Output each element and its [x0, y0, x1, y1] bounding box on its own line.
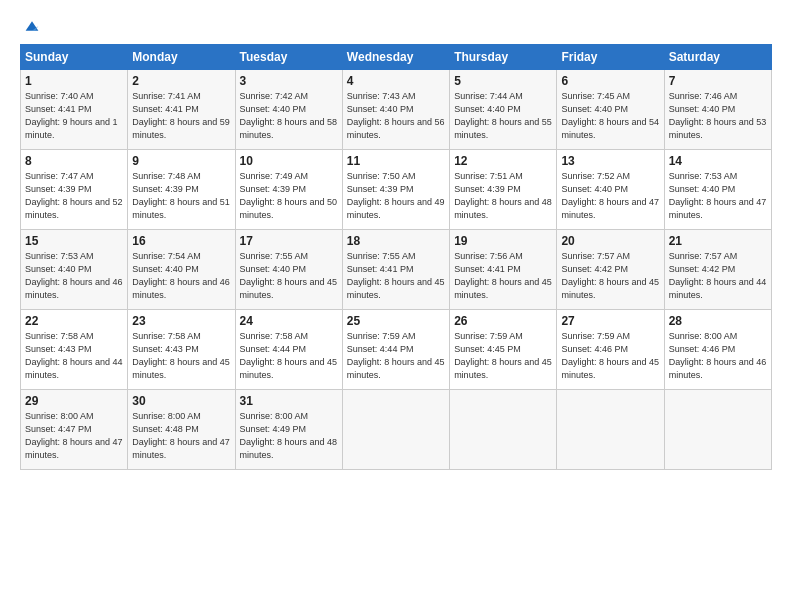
day-info: Sunrise: 7:57 AMSunset: 4:42 PMDaylight:…	[561, 251, 659, 300]
calendar-cell: 22Sunrise: 7:58 AMSunset: 4:43 PMDayligh…	[21, 310, 128, 390]
page: SundayMondayTuesdayWednesdayThursdayFrid…	[0, 0, 792, 612]
day-info: Sunrise: 7:59 AMSunset: 4:44 PMDaylight:…	[347, 331, 445, 380]
calendar-cell: 11Sunrise: 7:50 AMSunset: 4:39 PMDayligh…	[342, 150, 449, 230]
day-info: Sunrise: 7:54 AMSunset: 4:40 PMDaylight:…	[132, 251, 230, 300]
calendar-cell: 16Sunrise: 7:54 AMSunset: 4:40 PMDayligh…	[128, 230, 235, 310]
calendar-cell: 24Sunrise: 7:58 AMSunset: 4:44 PMDayligh…	[235, 310, 342, 390]
calendar-cell: 3Sunrise: 7:42 AMSunset: 4:40 PMDaylight…	[235, 70, 342, 150]
calendar-cell: 5Sunrise: 7:44 AMSunset: 4:40 PMDaylight…	[450, 70, 557, 150]
day-number: 30	[132, 394, 230, 408]
calendar-cell: 10Sunrise: 7:49 AMSunset: 4:39 PMDayligh…	[235, 150, 342, 230]
weekday-header-saturday: Saturday	[664, 45, 771, 70]
weekday-header-monday: Monday	[128, 45, 235, 70]
day-info: Sunrise: 7:55 AMSunset: 4:41 PMDaylight:…	[347, 251, 445, 300]
logo-icon	[24, 18, 40, 34]
day-number: 21	[669, 234, 767, 248]
day-number: 6	[561, 74, 659, 88]
day-number: 7	[669, 74, 767, 88]
day-number: 29	[25, 394, 123, 408]
calendar-week-row: 22Sunrise: 7:58 AMSunset: 4:43 PMDayligh…	[21, 310, 772, 390]
calendar-cell: 13Sunrise: 7:52 AMSunset: 4:40 PMDayligh…	[557, 150, 664, 230]
day-info: Sunrise: 7:58 AMSunset: 4:43 PMDaylight:…	[132, 331, 230, 380]
calendar-table: SundayMondayTuesdayWednesdayThursdayFrid…	[20, 44, 772, 470]
day-number: 23	[132, 314, 230, 328]
day-number: 22	[25, 314, 123, 328]
calendar-cell: 8Sunrise: 7:47 AMSunset: 4:39 PMDaylight…	[21, 150, 128, 230]
day-number: 20	[561, 234, 659, 248]
day-info: Sunrise: 7:59 AMSunset: 4:45 PMDaylight:…	[454, 331, 552, 380]
day-info: Sunrise: 7:50 AMSunset: 4:39 PMDaylight:…	[347, 171, 445, 220]
day-number: 15	[25, 234, 123, 248]
day-info: Sunrise: 8:00 AMSunset: 4:47 PMDaylight:…	[25, 411, 123, 460]
calendar-cell: 14Sunrise: 7:53 AMSunset: 4:40 PMDayligh…	[664, 150, 771, 230]
day-info: Sunrise: 7:57 AMSunset: 4:42 PMDaylight:…	[669, 251, 767, 300]
weekday-header-thursday: Thursday	[450, 45, 557, 70]
calendar-cell: 12Sunrise: 7:51 AMSunset: 4:39 PMDayligh…	[450, 150, 557, 230]
day-info: Sunrise: 7:55 AMSunset: 4:40 PMDaylight:…	[240, 251, 338, 300]
day-info: Sunrise: 7:43 AMSunset: 4:40 PMDaylight:…	[347, 91, 445, 140]
day-info: Sunrise: 7:42 AMSunset: 4:40 PMDaylight:…	[240, 91, 338, 140]
calendar-cell	[450, 390, 557, 470]
day-number: 5	[454, 74, 552, 88]
calendar-week-row: 15Sunrise: 7:53 AMSunset: 4:40 PMDayligh…	[21, 230, 772, 310]
logo	[20, 18, 40, 34]
day-info: Sunrise: 7:44 AMSunset: 4:40 PMDaylight:…	[454, 91, 552, 140]
calendar-cell	[342, 390, 449, 470]
weekday-header-sunday: Sunday	[21, 45, 128, 70]
day-number: 2	[132, 74, 230, 88]
day-number: 17	[240, 234, 338, 248]
calendar-week-row: 1Sunrise: 7:40 AMSunset: 4:41 PMDaylight…	[21, 70, 772, 150]
day-info: Sunrise: 7:58 AMSunset: 4:43 PMDaylight:…	[25, 331, 123, 380]
calendar-cell: 25Sunrise: 7:59 AMSunset: 4:44 PMDayligh…	[342, 310, 449, 390]
weekday-header-row: SundayMondayTuesdayWednesdayThursdayFrid…	[21, 45, 772, 70]
day-info: Sunrise: 8:00 AMSunset: 4:49 PMDaylight:…	[240, 411, 338, 460]
day-number: 10	[240, 154, 338, 168]
day-info: Sunrise: 7:46 AMSunset: 4:40 PMDaylight:…	[669, 91, 767, 140]
day-number: 13	[561, 154, 659, 168]
day-number: 18	[347, 234, 445, 248]
calendar-cell: 31Sunrise: 8:00 AMSunset: 4:49 PMDayligh…	[235, 390, 342, 470]
calendar-week-row: 8Sunrise: 7:47 AMSunset: 4:39 PMDaylight…	[21, 150, 772, 230]
day-number: 9	[132, 154, 230, 168]
day-info: Sunrise: 8:00 AMSunset: 4:46 PMDaylight:…	[669, 331, 767, 380]
calendar-cell: 18Sunrise: 7:55 AMSunset: 4:41 PMDayligh…	[342, 230, 449, 310]
day-number: 11	[347, 154, 445, 168]
day-number: 24	[240, 314, 338, 328]
calendar-cell: 29Sunrise: 8:00 AMSunset: 4:47 PMDayligh…	[21, 390, 128, 470]
day-info: Sunrise: 7:56 AMSunset: 4:41 PMDaylight:…	[454, 251, 552, 300]
day-info: Sunrise: 7:47 AMSunset: 4:39 PMDaylight:…	[25, 171, 123, 220]
day-info: Sunrise: 7:45 AMSunset: 4:40 PMDaylight:…	[561, 91, 659, 140]
day-number: 1	[25, 74, 123, 88]
weekday-header-tuesday: Tuesday	[235, 45, 342, 70]
calendar-cell: 20Sunrise: 7:57 AMSunset: 4:42 PMDayligh…	[557, 230, 664, 310]
calendar-cell: 28Sunrise: 8:00 AMSunset: 4:46 PMDayligh…	[664, 310, 771, 390]
day-number: 25	[347, 314, 445, 328]
day-number: 3	[240, 74, 338, 88]
calendar-cell: 4Sunrise: 7:43 AMSunset: 4:40 PMDaylight…	[342, 70, 449, 150]
calendar-week-row: 29Sunrise: 8:00 AMSunset: 4:47 PMDayligh…	[21, 390, 772, 470]
calendar-cell: 1Sunrise: 7:40 AMSunset: 4:41 PMDaylight…	[21, 70, 128, 150]
weekday-header-friday: Friday	[557, 45, 664, 70]
calendar-cell: 2Sunrise: 7:41 AMSunset: 4:41 PMDaylight…	[128, 70, 235, 150]
day-number: 26	[454, 314, 552, 328]
day-info: Sunrise: 7:59 AMSunset: 4:46 PMDaylight:…	[561, 331, 659, 380]
svg-marker-0	[26, 21, 39, 31]
calendar-cell: 17Sunrise: 7:55 AMSunset: 4:40 PMDayligh…	[235, 230, 342, 310]
day-number: 14	[669, 154, 767, 168]
header	[20, 18, 772, 34]
calendar-cell: 19Sunrise: 7:56 AMSunset: 4:41 PMDayligh…	[450, 230, 557, 310]
calendar-cell: 30Sunrise: 8:00 AMSunset: 4:48 PMDayligh…	[128, 390, 235, 470]
day-info: Sunrise: 7:49 AMSunset: 4:39 PMDaylight:…	[240, 171, 338, 220]
day-number: 27	[561, 314, 659, 328]
day-number: 16	[132, 234, 230, 248]
calendar-cell: 21Sunrise: 7:57 AMSunset: 4:42 PMDayligh…	[664, 230, 771, 310]
day-number: 19	[454, 234, 552, 248]
calendar-cell: 15Sunrise: 7:53 AMSunset: 4:40 PMDayligh…	[21, 230, 128, 310]
day-info: Sunrise: 7:53 AMSunset: 4:40 PMDaylight:…	[25, 251, 123, 300]
day-number: 28	[669, 314, 767, 328]
day-info: Sunrise: 7:48 AMSunset: 4:39 PMDaylight:…	[132, 171, 230, 220]
calendar-cell: 27Sunrise: 7:59 AMSunset: 4:46 PMDayligh…	[557, 310, 664, 390]
day-number: 31	[240, 394, 338, 408]
calendar-cell: 26Sunrise: 7:59 AMSunset: 4:45 PMDayligh…	[450, 310, 557, 390]
day-info: Sunrise: 7:53 AMSunset: 4:40 PMDaylight:…	[669, 171, 767, 220]
